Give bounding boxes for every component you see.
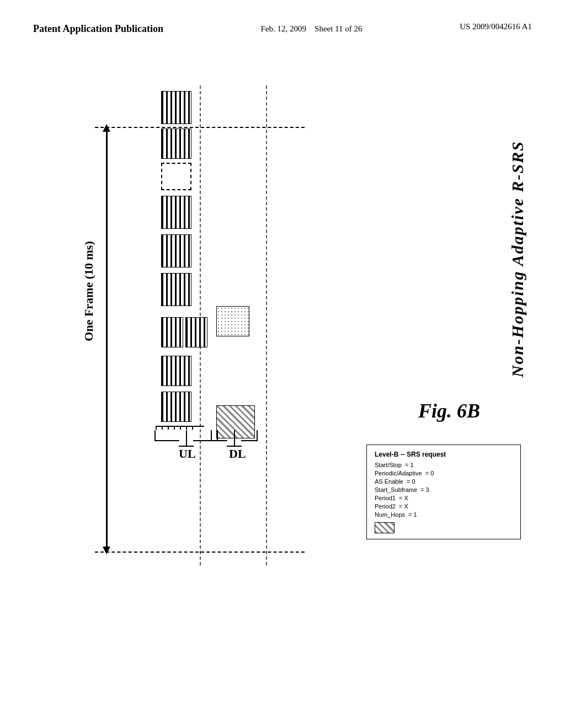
ul-block-7: [185, 317, 207, 347]
page-header: Patent Application Publication Feb. 12, …: [0, 0, 565, 36]
header-center: Feb. 12, 2009 Sheet 11 of 26: [261, 22, 363, 35]
vline-right: [266, 85, 267, 565]
legend-row-3: AS Enable = 0: [375, 478, 513, 485]
ul-block-5: [161, 273, 191, 306]
ul-block-4: [161, 234, 191, 267]
legend-row-2: Periodic/Adaptive = 0: [375, 470, 513, 477]
tick-marks: [156, 426, 204, 430]
ul-block-3: [161, 196, 191, 229]
dl-dotted-block: [216, 306, 249, 336]
dl-label: DL: [229, 447, 246, 461]
legend-row-7: Num_Hops = 1: [375, 511, 513, 518]
ul-block-8: [161, 356, 191, 386]
legend-swatch: [375, 522, 395, 533]
legend-row-6: Period2 = X: [375, 503, 513, 510]
publication-label: Patent Application Publication: [33, 22, 163, 36]
main-content: One Frame (10 ms): [0, 52, 565, 692]
right-panel: Non-Hopping Adaptive R-SRS Fig. 6B Level…: [355, 52, 543, 692]
fig-title: Non-Hopping Adaptive R-SRS: [508, 141, 526, 377]
diagram-area: One Frame (10 ms): [22, 52, 355, 692]
ul-label: UL: [179, 447, 196, 461]
dl-brace: [211, 430, 260, 447]
frame-diagram: UL DL: [95, 85, 327, 665]
vertical-arrow: [106, 130, 108, 549]
frame-label: One Frame (10 ms): [82, 241, 96, 341]
legend-row-4: Start_Subframe = 3: [375, 486, 513, 493]
legend-title: Level-B -- SRS request: [375, 451, 513, 458]
ul-block-1: [161, 91, 191, 124]
ul-block-9: [161, 392, 191, 422]
ul-empty-block: [161, 163, 191, 190]
patent-number: US 2009/0042616 A1: [460, 22, 532, 31]
pub-date: Feb. 12, 2009: [261, 24, 307, 33]
fig-label: Fig. 6B: [418, 399, 480, 422]
legend-row-5: Period1 = X: [375, 495, 513, 501]
legend-swatch-row: [375, 522, 513, 533]
sheet-info: Sheet 11 of 26: [315, 24, 363, 33]
ul-block-6: [161, 317, 183, 347]
ul-block-2: [161, 129, 191, 159]
legend-box: Level-B -- SRS request Start/Stop = 1 Pe…: [366, 445, 521, 539]
legend-row-1: Start/Stop = 1: [375, 462, 513, 468]
